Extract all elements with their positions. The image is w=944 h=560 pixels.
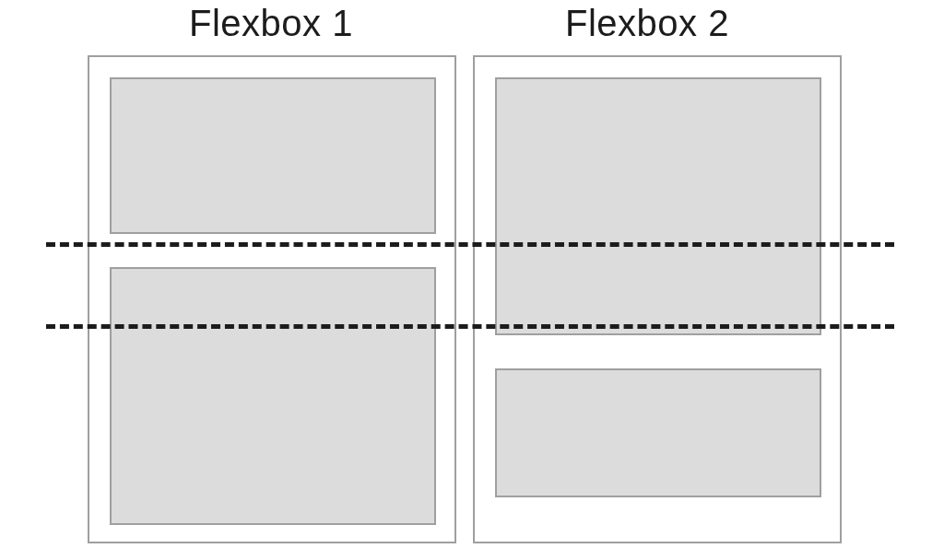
flexbox-2-container <box>473 55 842 543</box>
flexbox-1-title: Flexbox 1 <box>189 3 353 44</box>
flexbox-1-container <box>88 55 456 543</box>
flexbox-2-item-bottom <box>495 368 821 497</box>
alignment-guide-line-upper <box>46 242 894 247</box>
flexbox-comparison-diagram: Flexbox 1 Flexbox 2 <box>88 7 862 546</box>
flexbox-2-item-top <box>495 77 821 335</box>
flexbox-1-item-bottom <box>110 267 436 525</box>
flexbox-2-title: Flexbox 2 <box>565 3 729 44</box>
flexbox-1-item-top <box>110 77 436 234</box>
alignment-guide-line-lower <box>46 324 894 329</box>
